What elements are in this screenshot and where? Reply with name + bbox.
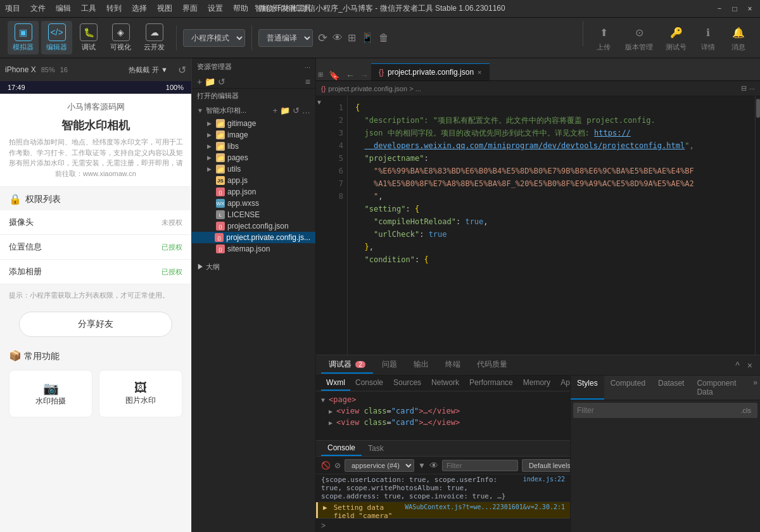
refresh-project-icon[interactable]: ↺	[293, 106, 300, 115]
tree-file-projectconfig[interactable]: {} project.config.json	[192, 220, 315, 232]
tree-folder-gitimage[interactable]: ▶ 📁 gitimage	[192, 118, 315, 129]
console-filter-icon[interactable]: ⊘	[334, 461, 341, 470]
menu-item-settings[interactable]: 设置	[208, 3, 223, 14]
debug-button[interactable]: 🐛 调试	[75, 21, 103, 54]
subtab-appdata[interactable]: AppData	[555, 376, 570, 391]
msg-file-ref-2[interactable]: WASubContext.js?t=we...22301601&v=2.30.2…	[405, 504, 565, 510]
outline-section[interactable]: ▶ 大纲	[192, 260, 315, 274]
tree-file-appwxss[interactable]: WX app.wxss	[192, 198, 315, 209]
subtab-memory[interactable]: Memory	[518, 376, 555, 391]
wxml-item-page[interactable]: ▼ <page>	[316, 394, 570, 405]
file-panel-menu[interactable]: ···	[305, 63, 310, 71]
version-button[interactable]: ⊙ 版本管理	[620, 21, 658, 54]
tree-file-license[interactable]: L LICENSE	[192, 209, 315, 220]
styles-tab-computed[interactable]: Computed	[604, 376, 652, 400]
refresh-button[interactable]: ⟳	[318, 31, 327, 45]
add-file-icon[interactable]: +	[272, 106, 277, 115]
close-button[interactable]: ×	[745, 4, 755, 14]
wxml-item-view1[interactable]: ▶ <view class="card">…</view>	[316, 405, 570, 417]
test-button[interactable]: 🔑 测试号	[661, 21, 692, 54]
func-image-card[interactable]: 🖼 图片水印	[99, 370, 182, 417]
menu-item-project[interactable]: 项目	[5, 3, 20, 14]
editor-button[interactable]: </> 编辑器	[41, 21, 72, 54]
hotshot-open[interactable]: 开 ▼	[152, 65, 168, 75]
tree-folder-image[interactable]: ▶ 📁 image	[192, 129, 315, 141]
menu-item-help[interactable]: 帮助	[233, 3, 248, 14]
menu-item-select[interactable]: 选择	[132, 3, 147, 14]
forward-icon[interactable]: →	[357, 70, 371, 80]
open-editors-section[interactable]: 打开的编辑器	[192, 89, 315, 103]
eye-toggle-icon[interactable]: 👁	[429, 460, 438, 471]
refresh-device-button[interactable]: ↺	[178, 64, 186, 76]
msg-file-ref[interactable]: index.js:22	[523, 476, 565, 483]
menu-item-interface[interactable]: 界面	[182, 3, 198, 14]
preview-icon[interactable]: 👁	[332, 32, 343, 44]
menu-item-file[interactable]: 文件	[30, 3, 46, 14]
compile-select[interactable]: 普通编译	[258, 29, 313, 47]
detail-button[interactable]: ℹ 详情	[694, 21, 722, 54]
console-input[interactable]	[328, 521, 565, 529]
tree-file-appjson[interactable]: {} app.json	[192, 186, 315, 198]
more-icon[interactable]: …	[302, 106, 310, 115]
clear-console-icon[interactable]: 🚫	[321, 461, 331, 470]
share-button[interactable]: 分享好友	[19, 312, 172, 337]
subtab-network[interactable]: Network	[426, 376, 464, 391]
menu-item-goto[interactable]: 转到	[106, 3, 122, 14]
styles-filter-input[interactable]	[577, 406, 738, 415]
editor-tab-config[interactable]: {} project.private.config.json ×	[371, 63, 490, 80]
devtools-tab-debugger[interactable]: 调试器 2	[321, 357, 373, 374]
subtab-wxml[interactable]: Wxml	[321, 376, 350, 391]
console-filter-input[interactable]	[442, 460, 518, 471]
devtools-tab-issues[interactable]: 问题	[374, 357, 405, 374]
project-toggle[interactable]: ▼ 智能水印相...	[197, 106, 246, 115]
qr-icon[interactable]: ⊞	[348, 32, 356, 44]
fold-arrow-1[interactable]: ▼	[316, 96, 325, 109]
new-folder-icon[interactable]: 📁	[205, 77, 215, 87]
tree-file-projectprivate[interactable]: {} project.private.config.js...	[192, 232, 315, 243]
back-icon[interactable]: ←	[343, 70, 357, 80]
menu-item-tool[interactable]: 工具	[81, 3, 96, 14]
mode-select[interactable]: 小程序模式	[183, 29, 245, 47]
subtab-console[interactable]: Console	[350, 376, 388, 391]
scrollbar-thumb[interactable]	[756, 99, 760, 118]
tree-file-appjs[interactable]: JS app.js	[192, 175, 315, 186]
simulator-button[interactable]: ▣ 模拟器	[8, 21, 39, 54]
clear-icon[interactable]: 🗑	[379, 32, 389, 44]
styles-tab-dataset[interactable]: Dataset	[652, 376, 690, 400]
more-editor-icon[interactable]: ···	[749, 85, 755, 92]
tree-folder-pages[interactable]: ▶ 📁 pages	[192, 152, 315, 163]
add-folder-icon[interactable]: 📁	[280, 106, 290, 115]
code-content[interactable]: { "description": "项目私有配置文件。此文件中的内容将覆盖 pr…	[348, 96, 755, 355]
tree-file-sitemap[interactable]: {} sitemap.json	[192, 243, 315, 255]
menu-item-view[interactable]: 视图	[157, 3, 172, 14]
sidebar-toggle[interactable]: ⊞	[316, 68, 325, 80]
minimize-button[interactable]: －	[714, 4, 725, 14]
subtab-performance[interactable]: Performance	[464, 376, 518, 391]
tree-folder-utils[interactable]: ▶ 📁 utils	[192, 163, 315, 175]
notify-button[interactable]: 🔔 消息	[725, 21, 752, 54]
visual-button[interactable]: ◈ 可视化	[105, 21, 136, 54]
phone-icon[interactable]: 📱	[361, 32, 374, 44]
subtab-sources[interactable]: Sources	[388, 376, 426, 391]
styles-tab-component[interactable]: Component Data	[690, 376, 750, 400]
close-devtools-icon[interactable]: ×	[745, 359, 755, 372]
collapse-icon[interactable]: ≡	[305, 77, 310, 87]
close-tab-icon[interactable]: ×	[478, 68, 481, 76]
func-camera-card[interactable]: 📷 水印拍摄	[9, 370, 92, 417]
console-tab-console[interactable]: Console	[321, 441, 362, 456]
upload-button[interactable]: ⬆ 上传	[590, 21, 618, 54]
appservice-selector[interactable]: appservice (#4)	[345, 459, 414, 472]
cloud-button[interactable]: ☁ 云开发	[139, 21, 170, 54]
menu-item-edit[interactable]: 编辑	[56, 3, 71, 14]
more-styles-icon[interactable]: »	[750, 376, 760, 400]
tree-folder-libs[interactable]: ▶ 📁 libs	[192, 141, 315, 152]
log-level-select[interactable]: Default levels ▼	[522, 459, 570, 472]
bookmark-icon[interactable]: 🔖	[325, 70, 343, 80]
devtools-tab-output[interactable]: 输出	[406, 357, 436, 374]
new-file-icon[interactable]: +	[197, 77, 202, 87]
console-tab-task[interactable]: Task	[362, 441, 390, 455]
wxml-item-view2[interactable]: ▶ <view class="card">…</view>	[316, 417, 570, 428]
maximize-button[interactable]: □	[730, 4, 740, 14]
devtools-tab-quality[interactable]: 代码质量	[469, 357, 515, 374]
collapse-devtools-icon[interactable]: ^	[733, 359, 742, 372]
